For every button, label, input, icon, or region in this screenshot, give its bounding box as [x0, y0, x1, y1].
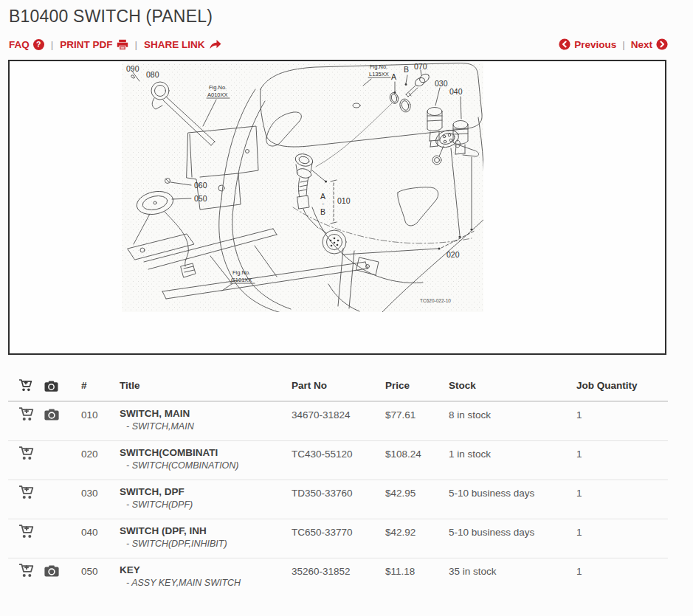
diagram-fig-a010-caption: Fig.No.	[209, 84, 227, 91]
item-stock: 35 in stock	[449, 566, 497, 577]
item-number: 030	[81, 488, 98, 499]
photo-button[interactable]	[44, 409, 59, 421]
cart-plus-icon	[18, 407, 34, 421]
circle-arrow-left-icon	[559, 38, 570, 50]
item-title[interactable]: SWITCH (DPF, INH	[120, 525, 207, 536]
item-number: 010	[81, 409, 98, 421]
diagram-fig-l135-caption: Fig.No.	[370, 63, 387, 70]
item-part-no: TC430-55120	[292, 449, 353, 460]
item-title-block: SWITCH (DPF, INH - SWITCH(DPF,INHIBIT)	[120, 525, 227, 549]
item-part-no: TC650-33770	[292, 527, 353, 538]
separator: |	[622, 39, 625, 50]
next-link[interactable]: Next	[631, 38, 668, 50]
item-title[interactable]: SWITCH(COMBINATI	[120, 447, 218, 458]
item-job-quantity: 1	[576, 566, 582, 577]
diagram-label-080: 080	[146, 70, 159, 79]
table-row: 050 KEY - ASSY KEY,MAIN SWITCH 35260-318…	[8, 558, 668, 598]
table-row: 030 SWITCH, DPF - SWITCH(DPF) TD350-3376…	[8, 480, 668, 519]
page-title: B10400 SWITCH (PANEL)	[9, 7, 213, 27]
diagram-label-010: 010	[337, 196, 351, 205]
pager: Previous | Next	[559, 37, 668, 52]
item-part-no: 34670-31824	[292, 409, 351, 421]
item-title-block: KEY - ASSY KEY,MAIN SWITCH	[120, 564, 241, 588]
diagram-label-090: 090	[126, 64, 139, 73]
diagram-label-070: 070	[414, 63, 427, 71]
diagram-label-020: 020	[447, 250, 460, 259]
separator: |	[51, 39, 54, 50]
cart-header-icon	[18, 379, 32, 392]
item-title-block: SWITCH, DPF - SWITCH(DPF)	[120, 486, 193, 510]
item-price: $108.24	[385, 449, 421, 460]
item-price: $11.18	[385, 566, 415, 577]
diagram-label-040: 040	[449, 87, 463, 96]
item-subtitle: - SWITCH(DPF)	[120, 499, 193, 510]
column-header-title: Title	[120, 380, 140, 391]
share-link[interactable]: SHARE LINK	[144, 39, 221, 50]
column-header-job-quantity: Job Quantity	[576, 380, 638, 391]
photo-button[interactable]	[44, 565, 59, 577]
cart-plus-icon	[18, 446, 34, 460]
item-job-quantity: 1	[576, 449, 582, 460]
column-header-price: Price	[385, 380, 410, 391]
diagram-label-050: 050	[194, 194, 207, 203]
camera-icon	[44, 409, 59, 421]
column-header-part-no: Part No	[292, 380, 327, 391]
question-circle-icon: ?	[33, 39, 44, 50]
printer-icon	[117, 39, 128, 50]
item-title[interactable]: KEY	[120, 564, 140, 575]
diagram-fig-g101: G101XX	[231, 277, 252, 283]
item-subtitle: - SWITCH,MAIN	[120, 421, 194, 432]
cart-plus-icon	[18, 525, 34, 539]
add-to-cart-button[interactable]	[18, 525, 34, 539]
diagram-drawing-number: TC620-022-10	[420, 298, 451, 303]
item-title-block: SWITCH, MAIN - SWITCH,MAIN	[120, 408, 194, 432]
diagram-fig-l135: L135XX	[369, 71, 389, 77]
table-header: # Title Part No Price Stock Job Quantity	[8, 373, 668, 402]
diagram-label-b-mid: B	[320, 207, 325, 216]
item-subtitle: - ASSY KEY,MAIN SWITCH	[120, 578, 241, 588]
diagram-label-060: 060	[194, 181, 207, 190]
previous-link[interactable]: Previous	[559, 38, 616, 50]
item-subtitle: - SWITCH(COMBINATION)	[120, 460, 239, 471]
item-subtitle: - SWITCH(DPF,INHIBIT)	[120, 539, 227, 549]
print-pdf-link[interactable]: PRINT PDF	[60, 39, 128, 50]
separator: |	[135, 39, 138, 50]
item-part-no: 35260-31852	[292, 566, 351, 577]
camera-icon	[44, 565, 59, 577]
item-title[interactable]: SWITCH, DPF	[120, 486, 185, 497]
parts-table: # Title Part No Price Stock Job Quantity…	[8, 373, 668, 598]
item-price: $42.92	[385, 527, 416, 538]
item-number: 040	[81, 527, 98, 538]
item-stock: 5-10 business days	[449, 527, 534, 538]
item-price: $77.61	[385, 409, 416, 421]
camera-header-icon	[44, 381, 58, 392]
diagram-fig-g101-caption: Fig.No.	[232, 269, 250, 276]
circle-arrow-right-icon	[656, 38, 668, 50]
item-job-quantity: 1	[576, 488, 582, 499]
diagram-label-030: 030	[435, 79, 448, 88]
item-number: 050	[81, 566, 98, 577]
diagram-label-b-top: B	[404, 65, 409, 74]
diagram-label-a-top: A	[391, 72, 396, 81]
parts-diagram: 090 080 Fig.No. A010XX Fig.No. L135XX A …	[122, 63, 483, 312]
add-to-cart-button[interactable]	[18, 407, 34, 421]
share-arrow-icon	[209, 39, 221, 49]
item-stock: 5-10 business days	[449, 488, 534, 499]
column-header-stock: Stock	[449, 380, 476, 391]
cart-plus-icon	[18, 564, 34, 578]
item-title[interactable]: SWITCH, MAIN	[120, 408, 190, 419]
table-row: 010 SWITCH, MAIN - SWITCH,MAIN 34670-318…	[8, 402, 668, 441]
table-row: 020 SWITCH(COMBINATI - SWITCH(COMBINATIO…	[8, 441, 668, 480]
add-to-cart-button[interactable]	[18, 446, 34, 460]
diagram-panel: 090 080 Fig.No. A010XX Fig.No. L135XX A …	[8, 60, 666, 355]
add-to-cart-button[interactable]	[18, 564, 34, 578]
item-part-no: TD350-33760	[292, 488, 353, 499]
diagram-fig-a010: A010XX	[207, 91, 228, 98]
faq-link[interactable]: FAQ ?	[9, 39, 44, 50]
item-stock: 8 in stock	[449, 409, 491, 421]
add-to-cart-button[interactable]	[18, 485, 34, 499]
column-header-num: #	[81, 380, 87, 391]
cart-plus-icon	[18, 485, 34, 499]
item-title-block: SWITCH(COMBINATI - SWITCH(COMBINATION)	[120, 447, 239, 471]
item-number: 020	[81, 449, 98, 460]
